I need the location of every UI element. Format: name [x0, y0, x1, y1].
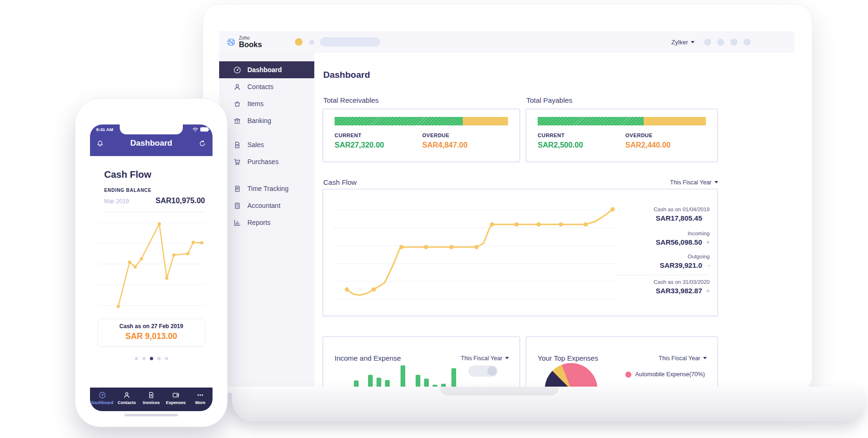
overdue-value: SAR2,440.00 — [625, 141, 671, 149]
phone-cash-flow-line-chart — [97, 214, 206, 317]
sidebar-item-items[interactable]: Items — [219, 95, 314, 112]
income-bar — [368, 375, 373, 387]
wallet-icon — [172, 391, 180, 399]
sidebar-label: Contacts — [247, 83, 273, 91]
accrual-cash-toggle[interactable] — [468, 365, 498, 377]
pager-dot[interactable] — [165, 357, 168, 360]
payables-values: CURRENT SAR2,500.00 OVERDUE SAR2,440.00 — [538, 132, 706, 149]
tab-contacts[interactable]: Contacts — [115, 388, 139, 411]
plus-operator: + — [706, 239, 710, 246]
income-bar — [377, 378, 381, 387]
cash-flow-card: Cash as on 01/04/2019 SAR17,805.45 Incom… — [322, 189, 718, 316]
stat-label: Cash as on 31/03/2020 — [615, 279, 710, 285]
divider — [104, 212, 205, 212]
topbar-chip-3[interactable] — [730, 39, 737, 46]
tab-dashboard[interactable]: Dashboard — [90, 388, 115, 411]
app-screen: Zoho Books Zylker — [219, 25, 794, 387]
receivables-title: Total Receivables — [323, 96, 379, 104]
bell-icon[interactable] — [96, 140, 104, 148]
sidebar: Dashboard Contacts Items Banking — [219, 53, 314, 387]
income-bar — [401, 365, 405, 387]
brand-books: Books — [239, 41, 262, 49]
cash-flow-line-chart — [329, 194, 623, 312]
document-icon — [233, 141, 241, 149]
status-time: 9:41 AM — [96, 127, 113, 132]
income-bar — [451, 368, 456, 387]
sidebar-divider-gap — [219, 129, 314, 136]
income-bar — [385, 380, 390, 387]
equals-operator: = — [706, 288, 710, 294]
receivables-values: CURRENT SAR27,320.00 OVERDUE SAR4,847.00 — [335, 132, 508, 149]
phone-notch — [120, 124, 183, 134]
org-dropdown[interactable]: Zylker — [671, 39, 695, 46]
phone-screen: 9:41 AM Dashboard — [90, 124, 213, 411]
current-label: CURRENT — [538, 132, 625, 138]
topbar-chip-4[interactable] — [744, 39, 751, 46]
ending-balance-label: ENDING BALANCE — [104, 188, 213, 193]
income-bar — [416, 375, 420, 387]
calculator-icon — [233, 202, 241, 210]
pager-dot-active[interactable] — [150, 357, 153, 360]
topbar-chip-2[interactable] — [717, 39, 724, 46]
topbar: Zoho Books Zylker — [219, 31, 794, 53]
laptop-base — [232, 387, 864, 421]
sidebar-label: Purchases — [247, 158, 278, 165]
invoice-icon — [147, 391, 155, 399]
payables-title: Total Payables — [526, 96, 573, 104]
sidebar-item-time-tracking[interactable]: Time Tracking — [219, 180, 314, 197]
tab-expenses[interactable]: Expenses — [164, 388, 188, 411]
sidebar-item-contacts[interactable]: Contacts — [219, 78, 314, 95]
top-expenses-period-dropdown[interactable]: This Fiscal Year — [659, 355, 707, 362]
sidebar-label: Sales — [247, 141, 264, 149]
laptop-base-notch — [440, 387, 559, 396]
overdue-value: SAR4,847.00 — [422, 141, 467, 149]
home-indicator[interactable] — [124, 414, 178, 416]
cash-flow-period-dropdown[interactable]: This Fiscal Year — [670, 179, 718, 186]
brand-text: Zoho Books — [239, 36, 262, 49]
top-expenses-title: Your Top Expenses — [538, 354, 598, 362]
sidebar-item-sales[interactable]: Sales — [219, 136, 314, 153]
pager-dot[interactable] — [157, 357, 161, 360]
cash-flow-title: Cash Flow — [323, 178, 357, 186]
sidebar-item-reports[interactable]: Reports — [219, 214, 314, 231]
sidebar-item-accountant[interactable]: Accountant — [219, 197, 314, 214]
main-content: Dashboard Total Receivables Total Payabl… — [314, 53, 794, 387]
pager-dot[interactable] — [135, 357, 138, 360]
sidebar-item-banking[interactable]: Banking — [219, 112, 314, 129]
phone-cash-card-value: SAR 9,013.00 — [98, 331, 205, 341]
phone-header: 9:41 AM Dashboard — [90, 124, 213, 156]
current-label: CURRENT — [335, 132, 422, 138]
topbar-gray-dot[interactable] — [309, 40, 314, 45]
sidebar-item-dashboard[interactable]: Dashboard — [219, 61, 314, 78]
search-bar-placeholder[interactable] — [320, 37, 380, 47]
toggle-knob — [487, 366, 497, 376]
balance-row: Mar 2019 SAR10,975.00 — [104, 197, 205, 205]
topbar-chip-1[interactable] — [704, 39, 711, 46]
refresh-icon[interactable] — [198, 140, 206, 148]
stat-amount: SAR33,982.87 — [656, 287, 702, 295]
overdue-label: OVERDUE — [422, 132, 467, 138]
phone-content: Cash Flow ENDING BALANCE Mar 2019 SAR10,… — [90, 169, 213, 360]
overdue-label: OVERDUE — [625, 132, 671, 138]
stat-amount: SAR17,805.45 — [656, 214, 702, 222]
stat-value: SAR33,982.87 = — [615, 287, 710, 295]
divider — [615, 275, 710, 275]
receivables-card: CURRENT SAR27,320.00 OVERDUE SAR4,847.00 — [322, 108, 520, 162]
tab-label: Invoices — [143, 400, 160, 405]
pie-legend-item: Automobile Expense(70%) — [625, 371, 705, 378]
stat-value: SAR56,098.50 + — [615, 238, 710, 246]
pager-dot[interactable] — [142, 357, 146, 360]
tab-more[interactable]: More — [188, 388, 213, 411]
topbar-yellow-dot[interactable] — [295, 38, 303, 46]
page: Zoho Books Zylker — [0, 0, 868, 438]
cart-icon — [233, 158, 241, 166]
bar-chart-icon — [233, 219, 241, 227]
sidebar-item-purchases[interactable]: Purchases — [219, 153, 314, 170]
phone-mockup: 9:41 AM Dashboard — [75, 98, 228, 427]
stat-label: Cash as on 01/04/2019 — [615, 207, 710, 212]
tab-invoices[interactable]: Invoices — [139, 388, 164, 411]
battery-icon — [200, 127, 208, 132]
sidebar-label: Items — [247, 100, 263, 107]
balance-amount: SAR10,975.00 — [156, 197, 205, 205]
top-expenses-pie-chart — [545, 363, 598, 387]
